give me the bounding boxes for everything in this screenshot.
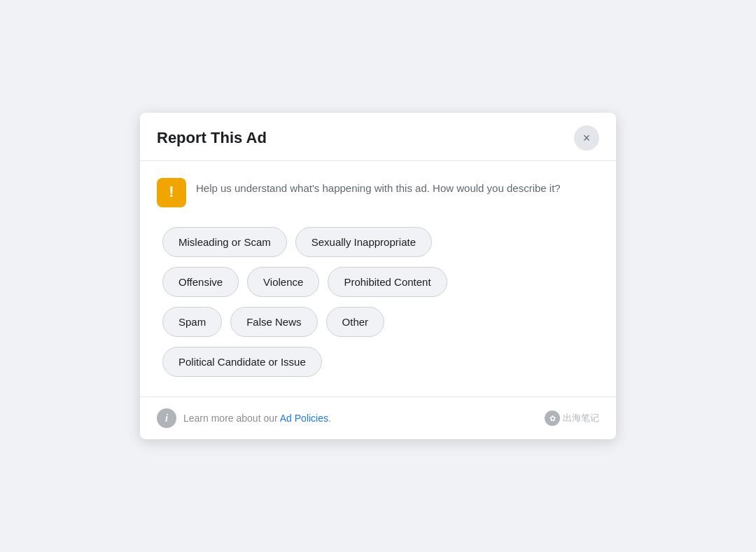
options-row-4: Political Candidate or Issue: [162, 347, 599, 377]
options-row-1: Misleading or Scam Sexually Inappropriat…: [162, 227, 599, 257]
wechat-icon: ✿: [545, 410, 560, 426]
info-row: ! Help us understand what's happening wi…: [157, 178, 599, 207]
option-violence[interactable]: Violence: [247, 267, 319, 297]
footer-text-after-link: .: [328, 413, 331, 424]
dialog-footer: i Learn more about our Ad Policies. ✿ 出海…: [140, 396, 616, 439]
option-other[interactable]: Other: [326, 307, 385, 337]
option-misleading-or-scam[interactable]: Misleading or Scam: [162, 227, 287, 257]
footer-text-before-link: Learn more about our: [183, 413, 280, 424]
warning-icon: !: [157, 178, 186, 207]
options-grid: Misleading or Scam Sexually Inappropriat…: [157, 227, 599, 377]
info-text: Help us understand what's happening with…: [196, 178, 561, 197]
option-sexually-inappropriate[interactable]: Sexually Inappropriate: [295, 227, 432, 257]
footer-watermark: ✿ 出海笔记: [545, 410, 599, 426]
report-ad-dialog: Report This Ad × ! Help us understand wh…: [140, 113, 616, 439]
option-false-news[interactable]: False News: [230, 307, 317, 337]
dialog-body: ! Help us understand what's happening wi…: [140, 161, 616, 396]
footer-left: i Learn more about our Ad Policies.: [157, 408, 331, 428]
option-spam[interactable]: Spam: [162, 307, 222, 337]
option-offensive[interactable]: Offensive: [162, 267, 239, 297]
watermark-text: 出海笔记: [563, 412, 599, 425]
dialog-header: Report This Ad ×: [140, 113, 616, 161]
options-row-2: Offensive Violence Prohibited Content: [162, 267, 599, 297]
options-row-3: Spam False News Other: [162, 307, 599, 337]
footer-text: Learn more about our Ad Policies.: [183, 413, 331, 424]
ad-policies-link[interactable]: Ad Policies: [280, 413, 328, 424]
dialog-title: Report This Ad: [157, 129, 267, 147]
option-prohibited-content[interactable]: Prohibited Content: [328, 267, 447, 297]
option-political-candidate-or-issue[interactable]: Political Candidate or Issue: [162, 347, 322, 377]
footer-info-icon: i: [157, 408, 176, 428]
close-button[interactable]: ×: [574, 125, 599, 151]
